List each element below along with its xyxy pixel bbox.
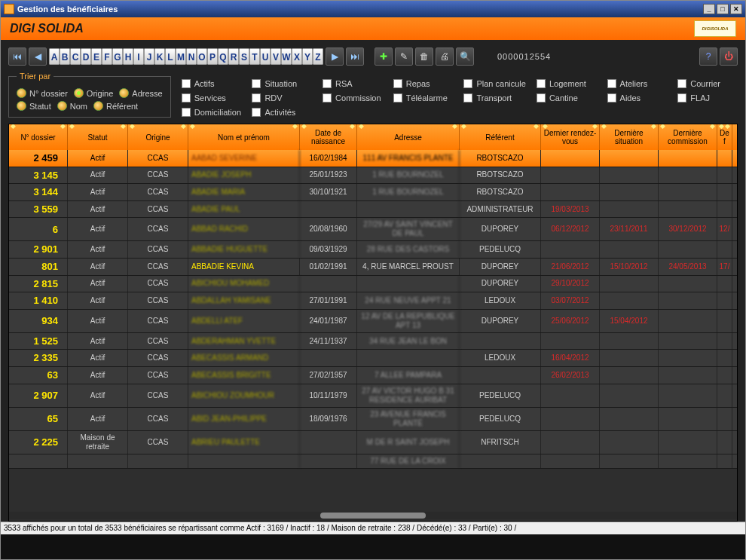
alpha-F[interactable]: F bbox=[102, 48, 112, 65]
checkbox-icon bbox=[537, 79, 546, 88]
filter-téléalarme[interactable]: Téléalarme bbox=[393, 92, 454, 103]
filter-plan canicule[interactable]: Plan canicule bbox=[463, 78, 525, 89]
filter-rdv[interactable]: RDV bbox=[252, 92, 312, 103]
grid-body[interactable]: 2 459ActifCCASAABAD SEVERINE16/02/198411… bbox=[9, 150, 737, 469]
alpha-W[interactable]: W bbox=[281, 48, 292, 65]
column-header[interactable]: ◆Référent◆ bbox=[460, 124, 541, 150]
filter-cantine[interactable]: Cantine bbox=[537, 92, 597, 103]
filter-actifs[interactable]: Actifs bbox=[182, 78, 242, 89]
print-button[interactable]: 🖨 bbox=[436, 47, 454, 66]
alpha-B[interactable]: B bbox=[60, 48, 70, 65]
table-row[interactable]: 1 410ActifCCASABDALLAH YAMISANE27/01/199… bbox=[9, 292, 737, 310]
sort-radio-adresse[interactable]: Adresse bbox=[119, 88, 162, 98]
filter-domiciliation[interactable]: Domiciliation bbox=[182, 106, 242, 118]
nav-last-button[interactable]: ⏭ bbox=[346, 47, 364, 66]
filter-transport[interactable]: Transport bbox=[463, 92, 525, 103]
checkbox-icon bbox=[393, 93, 402, 103]
nav-first-button[interactable]: ⏮ bbox=[8, 47, 26, 66]
alpha-Y[interactable]: Y bbox=[302, 48, 313, 65]
alpha-S[interactable]: S bbox=[239, 48, 249, 65]
horizontal-scrollbar[interactable] bbox=[9, 512, 737, 519]
search-web-button[interactable]: 🔍 bbox=[456, 47, 474, 66]
filter-repas[interactable]: Repas bbox=[393, 78, 454, 89]
column-header[interactable]: ◆Origine◆ bbox=[128, 124, 188, 150]
column-header[interactable]: ◆Dernière situation◆ bbox=[600, 124, 659, 150]
help-button[interactable]: ? bbox=[699, 47, 717, 66]
beneficiaries-grid[interactable]: ◆N° dossier◆◆Statut◆◆Origine◆◆Nom et pré… bbox=[8, 124, 738, 522]
nav-prev-button[interactable]: ◀ bbox=[29, 47, 47, 66]
filter-activités[interactable]: Activités bbox=[252, 106, 312, 118]
filter-rsa[interactable]: RSA bbox=[323, 78, 383, 89]
table-row[interactable]: 2 225Maison de retraiteCCASABRIEU PAULET… bbox=[9, 431, 737, 454]
edit-button[interactable]: ✎ bbox=[395, 47, 413, 66]
table-row[interactable]: 65ActifCCASABID JEAN-PHILIPPE18/09/19762… bbox=[9, 408, 737, 431]
alpha-E[interactable]: E bbox=[91, 48, 102, 65]
table-row[interactable]: 934ActifCCASABDELLI ATEF24/01/198712 AV … bbox=[9, 310, 737, 333]
alpha-M[interactable]: M bbox=[176, 48, 186, 65]
table-row[interactable]: 1 525ActifCCASABDERAHMAN YVETTE24/11/193… bbox=[9, 333, 737, 350]
alpha-T[interactable]: T bbox=[249, 48, 260, 65]
table-row[interactable]: 3 559ActifCCASABADIE PAULADMINISTRATEUR1… bbox=[9, 201, 737, 219]
add-button[interactable]: ✚ bbox=[375, 47, 393, 66]
alphabet-index[interactable]: ABCDEFGHIJKLMNOPQRSTUVWXYZ bbox=[49, 48, 323, 65]
table-row[interactable]: 2 815ActifCCASABICHIOU MOHAMEDDUPOREY29/… bbox=[9, 276, 737, 293]
column-header[interactable]: ◆Statut◆ bbox=[68, 124, 128, 150]
sort-radio-nom[interactable]: Nom bbox=[57, 101, 87, 111]
column-header[interactable]: ◆Dernière commission◆ bbox=[659, 124, 717, 150]
nav-next-button[interactable]: ▶ bbox=[326, 47, 344, 66]
alpha-L[interactable]: L bbox=[165, 48, 176, 65]
table-row[interactable]: 3 144ActifCCASABADIE MARIA30/10/19211 RU… bbox=[9, 184, 737, 201]
column-header[interactable]: ◆N° dossier◆ bbox=[9, 124, 68, 150]
close-button[interactable]: ✕ bbox=[730, 4, 742, 14]
alpha-J[interactable]: J bbox=[144, 48, 154, 65]
minimize-button[interactable]: _ bbox=[703, 4, 715, 14]
alpha-Z[interactable]: Z bbox=[313, 48, 323, 65]
alpha-I[interactable]: I bbox=[133, 48, 144, 65]
table-row[interactable]: 77 RUE DE LA CROIX bbox=[9, 454, 737, 469]
table-row[interactable]: 801ActifCCASABBADIE KEVINA01/02/19914, R… bbox=[9, 259, 737, 276]
table-row[interactable]: 2 901ActifCCASABBADIE HUGUETTE09/03/1929… bbox=[9, 241, 737, 259]
maximize-button[interactable]: □ bbox=[717, 4, 729, 14]
alpha-Q[interactable]: Q bbox=[218, 48, 228, 65]
column-header[interactable]: ◆Nom et prénom◆ bbox=[188, 124, 300, 150]
filter-commission[interactable]: Commission bbox=[323, 92, 383, 103]
alpha-U[interactable]: U bbox=[260, 48, 271, 65]
delete-button[interactable]: 🗑 bbox=[415, 47, 433, 66]
filter-aides[interactable]: Aides bbox=[607, 92, 668, 103]
alpha-P[interactable]: P bbox=[207, 48, 218, 65]
radio-dot-icon bbox=[17, 101, 26, 111]
sort-radio-rfrent[interactable]: Référent bbox=[93, 101, 138, 111]
alpha-H[interactable]: H bbox=[123, 48, 133, 65]
table-row[interactable]: 63ActifCCASABECASSIS BRIGITTE27/02/19577… bbox=[9, 367, 737, 384]
table-row[interactable]: 6ActifCCASABBAD RACHID20/08/196027/29 AV… bbox=[9, 218, 737, 241]
column-header[interactable]: ◆Dernier rendez-vous◆ bbox=[541, 124, 600, 150]
filter-services[interactable]: Services bbox=[182, 92, 242, 103]
table-row[interactable]: 3 145ActifCCASABADIE JOSEPH25/01/19231 R… bbox=[9, 167, 737, 185]
alpha-A[interactable]: A bbox=[49, 48, 60, 65]
grid-header[interactable]: ◆N° dossier◆◆Statut◆◆Origine◆◆Nom et pré… bbox=[9, 124, 737, 150]
alpha-K[interactable]: K bbox=[154, 48, 165, 65]
table-row[interactable]: 2 459ActifCCASAABAD SEVERINE16/02/198411… bbox=[9, 150, 737, 167]
alpha-G[interactable]: G bbox=[112, 48, 123, 65]
exit-button[interactable]: ⏻ bbox=[720, 47, 738, 66]
filter-ateliers[interactable]: Ateliers bbox=[607, 78, 668, 89]
alpha-D[interactable]: D bbox=[81, 48, 91, 65]
table-row[interactable]: 2 335ActifCCASABECASSIS ARMANDLEDOUX16/0… bbox=[9, 350, 737, 367]
sort-radio-statut[interactable]: Statut bbox=[17, 101, 51, 111]
alpha-X[interactable]: X bbox=[292, 48, 302, 65]
filter-situation[interactable]: Situation bbox=[252, 78, 312, 89]
alpha-V[interactable]: V bbox=[271, 48, 281, 65]
filter-logement[interactable]: Logement bbox=[537, 78, 597, 89]
alpha-R[interactable]: R bbox=[228, 48, 239, 65]
column-header[interactable]: ◆Adresse◆ bbox=[357, 124, 460, 150]
filter-courrier[interactable]: Courrier bbox=[677, 78, 738, 89]
table-row[interactable]: 2 907ActifCCASABICHIOU ZOUMHOUR10/11/197… bbox=[9, 384, 737, 408]
alpha-O[interactable]: O bbox=[197, 48, 207, 65]
column-header[interactable]: ◆De f◆ bbox=[717, 124, 732, 150]
sort-radio-ndossier[interactable]: N° dossier bbox=[17, 88, 68, 98]
alpha-C[interactable]: C bbox=[70, 48, 81, 65]
sort-radio-origine[interactable]: Origine bbox=[74, 88, 113, 98]
alpha-N[interactable]: N bbox=[186, 48, 197, 65]
column-header[interactable]: ◆Date de naissance◆ bbox=[300, 124, 357, 150]
filter-flaj[interactable]: FLAJ bbox=[677, 92, 738, 103]
